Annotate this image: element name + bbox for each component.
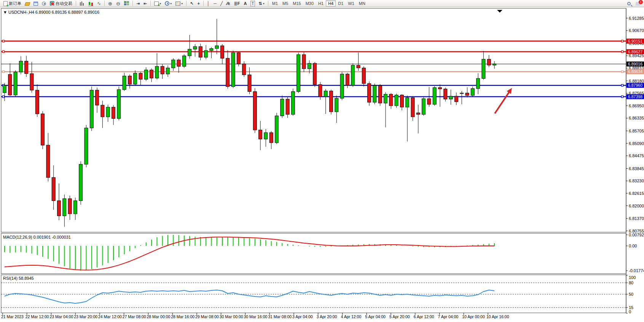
chart-window[interactable]: 6.912856.906706.900406.894256.888106.881… (0, 7, 644, 322)
price-tick-label: 6.91285 (629, 16, 644, 21)
toolbar-separator (203, 1, 204, 6)
line-handle[interactable] (622, 96, 623, 98)
candle (433, 88, 436, 104)
zoom-out-button[interactable]: ⊖ (115, 0, 122, 7)
candle (264, 132, 268, 139)
equidistant-channel-button[interactable]: ⁄⁄ᴇ (225, 0, 231, 7)
candle (35, 90, 39, 114)
candle (275, 116, 279, 143)
chart-shift-button[interactable]: ⇤ (142, 0, 148, 7)
candle (68, 199, 72, 214)
new-order-icon (3, 1, 8, 6)
line-handle[interactable] (622, 71, 623, 73)
candle (454, 96, 458, 102)
zoom-out-icon: ⊖ (116, 1, 120, 6)
cursor-button[interactable]: ↖ (188, 0, 195, 7)
timeframe-mn-button[interactable]: MN (357, 0, 368, 6)
candle (308, 63, 311, 69)
candle (123, 76, 126, 90)
new-order-label: 新订单 (9, 1, 21, 6)
bar-chart-icon (80, 1, 84, 6)
line-chart-button[interactable]: ∿ (96, 0, 102, 7)
chart-window-button[interactable] (32, 0, 40, 7)
candle (449, 96, 453, 99)
timeframe-m5-button[interactable]: M5 (280, 0, 290, 6)
timeframe-h4-button[interactable]: H4 (326, 0, 336, 6)
zoom-in-button[interactable]: ⊕ (107, 0, 114, 7)
timeframe-h1-button[interactable]: H1 (316, 0, 326, 6)
candle (215, 46, 218, 48)
horizontal-line-button[interactable]: ─ (212, 0, 218, 7)
candle (101, 105, 104, 117)
arrows-button[interactable]: ⇅▾ (257, 0, 266, 7)
candle (444, 89, 447, 99)
chat-icon: 1 (636, 2, 641, 6)
chevron-down-icon[interactable]: ▾ (263, 2, 265, 5)
cursor-icon: ↖ (190, 1, 193, 6)
candle (411, 98, 414, 117)
new-order-button[interactable]: 新订单 (2, 0, 23, 7)
chevron-down-icon[interactable]: ▾ (181, 2, 183, 5)
text-label-button[interactable]: T (249, 0, 256, 7)
price-chart-svg[interactable]: 6.912856.906706.900406.894256.888106.881… (0, 7, 644, 322)
toolbar-right-group: 1 (625, 0, 642, 7)
candle (477, 78, 480, 89)
time-axis-label: 23 Mar 04:00 (50, 314, 73, 319)
candle (281, 99, 284, 116)
signal-button[interactable] (40, 0, 48, 7)
price-tick-label: 6.88180 (629, 79, 644, 83)
equidistant-channel-icon: ⁄⁄ᴇ (226, 1, 230, 6)
vertical-line-button[interactable]: │ (206, 0, 211, 7)
timeframe-w1-button[interactable]: W1 (346, 0, 357, 6)
line-handle[interactable] (622, 84, 623, 86)
line-handle[interactable] (3, 51, 5, 53)
timeframe-m15-button[interactable]: M15 (290, 0, 303, 6)
tile-windows-button[interactable] (123, 0, 131, 7)
price-tick-label: 6.86335 (629, 116, 644, 120)
auto-trading-label: 自动交易 (56, 1, 72, 6)
highlight-button[interactable] (24, 0, 31, 7)
scroll-to-end-button[interactable]: ⇥ (135, 0, 141, 7)
candle (139, 73, 142, 79)
candle-chart-button[interactable] (87, 0, 95, 7)
candle (150, 70, 153, 78)
candle (362, 68, 365, 84)
line-handle[interactable] (622, 40, 623, 42)
macd-panel[interactable] (1, 233, 626, 274)
candle (166, 68, 170, 74)
line-handle[interactable] (3, 40, 5, 42)
toolbar-separator (76, 1, 76, 6)
fibonacci-icon: ≣F (234, 1, 240, 6)
candle (19, 61, 22, 72)
crosshair-button[interactable]: + (196, 0, 201, 7)
timeframe-m30-button[interactable]: M30 (303, 0, 316, 6)
time-axis-label: 5 Apr 20:00 (389, 314, 410, 319)
candle (253, 92, 257, 130)
candle (313, 63, 317, 84)
trendline-button[interactable]: ╱ (219, 0, 225, 7)
template-button[interactable]: ▾ (174, 0, 184, 7)
search-button[interactable] (626, 0, 633, 7)
candle (319, 84, 322, 97)
auto-trading-button[interactable]: 自动交易 (48, 0, 74, 7)
new-chart-button[interactable]: ▾ (153, 0, 163, 7)
chart-shift-icon: ⇤ (143, 1, 147, 6)
candle-chart-icon (88, 1, 93, 6)
chevron-down-icon[interactable]: ▾ (170, 2, 172, 5)
line-handle[interactable] (3, 96, 5, 98)
fibonacci-button[interactable]: ≣F (233, 0, 242, 7)
chat-button[interactable]: 1 (634, 0, 642, 7)
toolbar-separator (268, 1, 268, 6)
candle (221, 46, 224, 58)
text-button[interactable]: A (242, 0, 248, 7)
rsi-panel[interactable] (1, 275, 626, 313)
line-handle[interactable] (622, 51, 623, 53)
timeframe-d1-button[interactable]: D1 (336, 0, 346, 6)
bar-chart-button[interactable] (78, 0, 86, 7)
template-icon (175, 2, 180, 6)
candle (422, 99, 426, 114)
line-handle[interactable] (3, 71, 5, 73)
period-button[interactable]: ▾ (163, 0, 173, 7)
main-chart-panel[interactable] (1, 8, 626, 232)
timeframe-m1-button[interactable]: M1 (270, 0, 280, 6)
